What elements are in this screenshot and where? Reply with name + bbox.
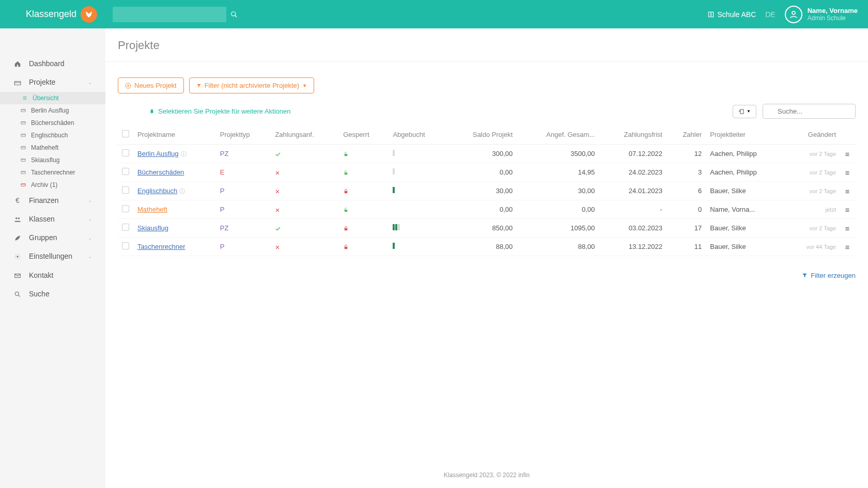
cell-progress bbox=[389, 219, 447, 238]
col-zahlungsanf[interactable]: Zahlungsanf. bbox=[271, 125, 339, 145]
top-search-input[interactable] bbox=[113, 7, 226, 22]
cell-zahlungsanf bbox=[271, 219, 339, 238]
project-link[interactable]: Matheheft bbox=[137, 206, 167, 213]
col-frist[interactable]: Zahlungsfrist bbox=[599, 125, 667, 145]
button-label: Filter (nicht archivierte Projekte) bbox=[205, 82, 300, 89]
cell-locked bbox=[339, 238, 389, 256]
sidebar-subitem[interactable]: Bücherschäden bbox=[0, 117, 105, 129]
col-abgebucht[interactable]: Abgebucht bbox=[389, 125, 447, 145]
project-link[interactable]: Bücherschäden bbox=[137, 168, 184, 176]
avatar-icon bbox=[785, 6, 802, 23]
project-link[interactable]: Berlin Ausflug bbox=[137, 150, 179, 158]
cell-saldo: 300,00 bbox=[447, 145, 517, 163]
row-menu-button[interactable] bbox=[844, 187, 850, 195]
school-icon bbox=[707, 11, 715, 18]
cell-geaendert: vor 44 Tage bbox=[807, 244, 836, 250]
cell-frist: 13.12.2022 bbox=[599, 238, 667, 256]
nav-klassen[interactable]: Klassen ⌄ bbox=[0, 210, 105, 228]
cell-leiter: Name, Vorna... bbox=[706, 200, 785, 219]
cell-progress bbox=[389, 238, 447, 256]
cell-angef: 3500,00 bbox=[517, 145, 599, 163]
nav-gruppen[interactable]: Gruppen ⌄ bbox=[0, 228, 105, 247]
table-row: Berlin AusflugⓘPZ300,003500,0007.12.2022… bbox=[118, 145, 856, 163]
project-type: P bbox=[216, 238, 271, 256]
col-zahler[interactable]: Zahler bbox=[667, 125, 706, 145]
nav-projekte[interactable]: Projekte ⌄ bbox=[0, 73, 105, 91]
sidebar-subitem[interactable]: Skiausflug bbox=[0, 154, 105, 166]
nav-einstellungen[interactable]: Einstellungen ⌄ bbox=[0, 247, 105, 265]
arrow-down-icon bbox=[149, 108, 155, 115]
toolbar: Neues Projekt Filter (nicht archivierte … bbox=[105, 62, 868, 99]
sidebar-subitem[interactable]: Englischbuch bbox=[0, 129, 105, 141]
row-checkbox[interactable] bbox=[122, 149, 129, 156]
sidebar-subitem[interactable]: Übersicht bbox=[0, 92, 105, 104]
info-icon: ⓘ bbox=[181, 151, 187, 157]
cell-leiter: Bauer, Silke bbox=[706, 219, 785, 238]
col-gesperrt[interactable]: Gesperrt bbox=[339, 125, 389, 145]
row-menu-button[interactable] bbox=[844, 206, 850, 213]
cell-geaendert: vor 2 Tage bbox=[810, 151, 836, 157]
col-saldo[interactable]: Saldo Projekt bbox=[447, 125, 517, 145]
subitem-label: Berlin Ausflug bbox=[31, 107, 69, 114]
page-footer: Klassengeld 2023, © 2022 infin bbox=[105, 462, 868, 488]
select-all-checkbox[interactable] bbox=[122, 130, 129, 137]
x-icon bbox=[275, 206, 280, 213]
svg-rect-22 bbox=[21, 171, 25, 174]
user-names: Name, Vorname Admin Schule bbox=[808, 7, 858, 22]
table-search-input[interactable] bbox=[763, 104, 856, 119]
cell-progress bbox=[389, 163, 447, 182]
row-checkbox[interactable] bbox=[122, 242, 129, 249]
cell-zahlungsanf bbox=[271, 163, 339, 182]
cell-locked bbox=[339, 219, 389, 238]
user-menu[interactable]: Name, Vorname Admin Schule bbox=[785, 6, 858, 23]
new-project-button[interactable]: Neues Projekt bbox=[118, 77, 184, 93]
project-type: P bbox=[216, 200, 271, 219]
project-link[interactable]: Skiausflug bbox=[137, 224, 168, 232]
caret-down-icon: ▼ bbox=[302, 83, 307, 88]
project-link[interactable]: Englischbuch bbox=[137, 187, 177, 195]
language-selector[interactable]: DE bbox=[765, 10, 775, 19]
subitem-label: Übersicht bbox=[33, 95, 59, 102]
check-icon bbox=[275, 224, 281, 232]
cell-leiter: Aachen, Philipp bbox=[706, 145, 785, 163]
school-selector[interactable]: Schule ABC bbox=[707, 10, 756, 19]
nav-kontakt[interactable]: Kontakt bbox=[0, 265, 105, 284]
row-menu-button[interactable] bbox=[844, 224, 850, 232]
create-filter-link[interactable]: Filter erzeugen bbox=[802, 272, 856, 279]
cell-geaendert: jetzt bbox=[826, 207, 836, 213]
row-checkbox[interactable] bbox=[122, 186, 129, 194]
nav-finanzen[interactable]: € Finanzen ⌄ bbox=[0, 191, 105, 210]
brand[interactable]: Klassengeld bbox=[26, 6, 97, 23]
row-checkbox[interactable] bbox=[122, 205, 129, 212]
top-search-button[interactable] bbox=[230, 10, 238, 18]
project-link[interactable]: Taschenrechner bbox=[137, 243, 185, 250]
row-checkbox[interactable] bbox=[122, 224, 129, 231]
cell-angef: 88,00 bbox=[517, 238, 599, 256]
svg-rect-35 bbox=[740, 109, 743, 114]
nav-suche[interactable]: Suche bbox=[0, 285, 105, 303]
row-menu-button[interactable] bbox=[844, 243, 850, 250]
sidebar-subitem[interactable]: Archiv (1) bbox=[0, 179, 105, 191]
col-geaendert[interactable]: Geändert bbox=[785, 125, 840, 145]
col-angef[interactable]: Angef. Gesam... bbox=[517, 125, 599, 145]
svg-rect-12 bbox=[21, 109, 25, 112]
export-button[interactable]: ▼ bbox=[733, 105, 756, 118]
info-icon: ⓘ bbox=[179, 188, 185, 194]
col-name[interactable]: Projektname bbox=[133, 125, 216, 145]
nav-dashboard[interactable]: Dashboard bbox=[0, 54, 105, 73]
col-type[interactable]: Projekttyp bbox=[216, 125, 271, 145]
sidebar-subitem[interactable]: Taschenrechner bbox=[0, 166, 105, 179]
sidebar-subitem[interactable]: Matheheft bbox=[0, 141, 105, 154]
svg-rect-38 bbox=[345, 154, 348, 156]
card-icon bbox=[21, 145, 26, 150]
filter-button[interactable]: Filter (nicht archivierte Projekte) ▼ bbox=[189, 77, 314, 93]
cell-progress bbox=[389, 145, 447, 163]
row-menu-button[interactable] bbox=[844, 168, 850, 176]
col-leiter[interactable]: Projektleiter bbox=[706, 125, 785, 145]
row-menu-button[interactable] bbox=[844, 150, 850, 158]
nav-label: Kontakt bbox=[29, 271, 53, 279]
filter-icon bbox=[196, 83, 202, 88]
row-checkbox[interactable] bbox=[122, 168, 129, 175]
list-icon bbox=[22, 95, 27, 101]
sidebar-subitem[interactable]: Berlin Ausflug bbox=[0, 104, 105, 117]
